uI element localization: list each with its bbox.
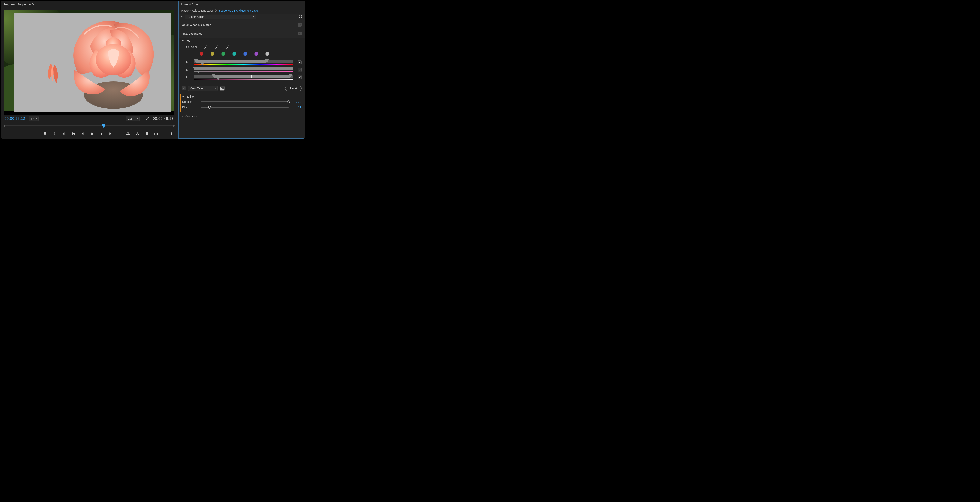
section-header-hsl[interactable]: HSL Secondary bbox=[178, 29, 305, 38]
zoom-dropdown[interactable]: Fit bbox=[29, 116, 38, 121]
subsection-refine-header[interactable]: Refine bbox=[182, 95, 301, 99]
comparison-view-icon[interactable] bbox=[154, 132, 159, 136]
add-marker-icon[interactable] bbox=[43, 132, 47, 136]
swatch-cyan[interactable] bbox=[232, 52, 236, 56]
step-forward-icon[interactable] bbox=[99, 132, 104, 136]
eyedropper-subtract-icon[interactable] bbox=[226, 45, 230, 49]
hue-enable-checkbox[interactable] bbox=[298, 61, 302, 64]
eyedropper-icon[interactable] bbox=[204, 45, 208, 49]
swatch-white[interactable] bbox=[266, 52, 269, 56]
mark-out-icon[interactable] bbox=[62, 132, 66, 136]
go-to-out-icon[interactable] bbox=[109, 132, 113, 136]
svg-rect-7 bbox=[136, 134, 137, 135]
keyed-flower-image bbox=[55, 11, 161, 113]
breadcrumb-master[interactable]: Master * Adjustment Layer bbox=[181, 9, 213, 12]
breadcrumb-current[interactable]: Sequence 04 * Adjustment Layer bbox=[219, 9, 259, 12]
swatch-blue[interactable] bbox=[243, 52, 247, 56]
panel-menu-icon[interactable] bbox=[201, 3, 204, 5]
swatch-yellow[interactable] bbox=[210, 52, 215, 56]
correction-label: Correction bbox=[185, 115, 198, 118]
program-title-prefix: Program: bbox=[3, 3, 16, 6]
effect-selector-row: fx Lumetri Color bbox=[178, 14, 305, 20]
lum-enable-checkbox[interactable] bbox=[298, 75, 302, 79]
timecode-out: 00:00:48:23 bbox=[153, 116, 173, 121]
sat-range-slider[interactable] bbox=[194, 67, 293, 72]
fx-badge-icon: fx bbox=[181, 15, 183, 18]
set-color-label: Set color bbox=[186, 45, 197, 49]
blur-value[interactable]: 3.1 bbox=[291, 106, 301, 109]
refine-label: Refine bbox=[186, 95, 194, 98]
section-header-color-wheels[interactable]: Color Wheels & Match bbox=[178, 21, 305, 29]
step-back-icon[interactable] bbox=[81, 132, 85, 136]
program-viewer[interactable] bbox=[4, 10, 174, 115]
sat-enable-checkbox[interactable] bbox=[298, 68, 302, 72]
program-info-row: 00:00:28:12 Fit 1/2 00:00:48:23 bbox=[1, 115, 178, 123]
svg-rect-12 bbox=[154, 133, 156, 135]
sat-label: S bbox=[186, 68, 191, 71]
swatch-green[interactable] bbox=[221, 52, 225, 56]
hue-range-slider[interactable] bbox=[194, 60, 293, 65]
section-toggle-checkbox[interactable] bbox=[298, 23, 302, 27]
key-body: Set color bbox=[178, 43, 305, 83]
lum-range-row: L bbox=[186, 73, 302, 81]
blur-slider-row: Blur 3.1 bbox=[182, 105, 301, 110]
color-swatch-row bbox=[186, 51, 302, 59]
lumetri-header: Lumetri Color bbox=[178, 1, 305, 8]
export-frame-icon[interactable] bbox=[145, 132, 149, 136]
play-icon[interactable] bbox=[90, 132, 94, 136]
section-toggle-checkbox[interactable] bbox=[298, 32, 302, 35]
program-header: Program: Sequence 04 bbox=[1, 1, 178, 8]
section-label: Color Wheels & Match bbox=[182, 23, 211, 27]
mini-timeline[interactable] bbox=[1, 123, 178, 129]
extract-icon[interactable] bbox=[135, 132, 140, 136]
denoise-slider[interactable] bbox=[201, 101, 289, 102]
chevron-down-icon bbox=[182, 40, 184, 41]
clip-breadcrumb: Master * Adjustment Layer Sequence 04 * … bbox=[178, 8, 305, 14]
reset-key-button[interactable]: Reset bbox=[285, 86, 302, 91]
section-color-wheels: Color Wheels & Match bbox=[178, 20, 305, 29]
chevron-down-icon bbox=[182, 96, 184, 97]
resolution-dropdown[interactable]: 1/2 bbox=[126, 116, 140, 121]
keyed-bud-image bbox=[43, 62, 65, 89]
subsection-key-header[interactable]: Key bbox=[178, 38, 305, 43]
viewer-area bbox=[1, 8, 178, 115]
app-window: Program: Sequence 04 bbox=[0, 0, 306, 139]
hue-label: H bbox=[186, 61, 191, 64]
denoise-slider-row: Denoise 100.0 bbox=[182, 99, 301, 105]
preview-mode-dropdown[interactable]: Color/Gray bbox=[188, 86, 218, 91]
subsection-correction-header[interactable]: Correction bbox=[178, 113, 305, 119]
reset-effect-icon[interactable] bbox=[299, 15, 302, 19]
invert-mask-icon[interactable] bbox=[220, 86, 224, 91]
timecode-in[interactable]: 00:00:28:12 bbox=[5, 116, 25, 121]
swatch-red[interactable] bbox=[199, 52, 204, 56]
chevron-down-icon bbox=[182, 115, 184, 117]
denoise-value[interactable]: 100.0 bbox=[291, 100, 301, 103]
refine-group-highlight: Refine Denoise 100.0 Blur 3.1 bbox=[180, 94, 303, 112]
button-editor-plus-icon[interactable] bbox=[169, 132, 173, 136]
eyedropper-add-icon[interactable] bbox=[215, 45, 219, 49]
panel-menu-icon[interactable] bbox=[38, 3, 41, 5]
blur-slider[interactable] bbox=[201, 107, 289, 108]
preview-enable-checkbox[interactable] bbox=[182, 86, 186, 90]
timeline-track[interactable] bbox=[5, 125, 173, 126]
playhead-icon[interactable] bbox=[102, 124, 105, 127]
program-title-sequence: Sequence 04 bbox=[18, 3, 35, 6]
subsection-key-label: Key bbox=[185, 39, 190, 42]
settings-wrench-icon[interactable] bbox=[145, 116, 150, 121]
svg-rect-6 bbox=[126, 134, 130, 135]
lift-icon[interactable] bbox=[126, 132, 130, 136]
key-preview-row: Color/Gray Reset bbox=[178, 83, 305, 93]
mark-in-icon[interactable] bbox=[52, 132, 57, 136]
hue-range-row: H bbox=[186, 59, 302, 66]
lum-label: L bbox=[186, 76, 191, 79]
section-hsl-secondary: HSL Secondary Key Set color bbox=[178, 29, 305, 119]
swatch-magenta[interactable] bbox=[255, 52, 258, 56]
transport-controls bbox=[1, 129, 178, 139]
slider-thumb-icon[interactable] bbox=[287, 100, 290, 103]
effect-dropdown[interactable]: Lumetri Color bbox=[185, 14, 256, 19]
denoise-label: Denoise bbox=[182, 100, 198, 103]
slider-thumb-icon[interactable] bbox=[208, 106, 211, 108]
sat-range-row: S bbox=[186, 66, 302, 73]
lum-range-slider[interactable] bbox=[194, 75, 293, 80]
go-to-in-icon[interactable] bbox=[71, 132, 75, 136]
